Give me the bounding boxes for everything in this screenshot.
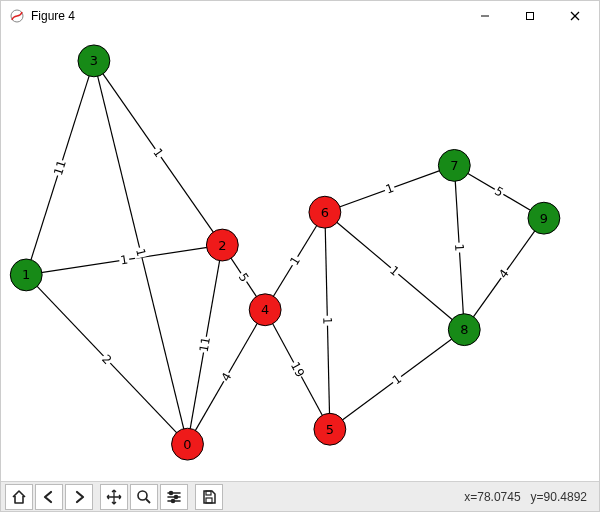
svg-rect-2 — [526, 13, 533, 20]
nav-toolbar: x=78.0745 y=90.4892 — [1, 481, 599, 511]
graph-node-label: 8 — [460, 322, 468, 337]
graph-node-label: 3 — [90, 53, 98, 68]
graph-node-label: 7 — [450, 158, 458, 173]
svg-line-23 — [146, 499, 150, 503]
close-button[interactable] — [552, 1, 597, 31]
figure-canvas[interactable]: 211141111519111111540123456789 — [1, 31, 599, 481]
minimize-button[interactable] — [462, 1, 507, 31]
home-button[interactable] — [5, 484, 33, 510]
edge-weight-label: 1 — [452, 243, 466, 251]
window-title: Figure 4 — [31, 9, 75, 23]
graph-plot: 211141111519111111540123456789 — [1, 31, 599, 481]
save-button[interactable] — [195, 484, 223, 510]
graph-node-label: 2 — [218, 238, 226, 253]
maximize-button[interactable] — [507, 1, 552, 31]
svg-point-22 — [138, 491, 147, 500]
titlebar: Figure 4 — [1, 1, 599, 31]
graph-node-label: 1 — [22, 267, 30, 282]
zoom-button[interactable] — [130, 484, 158, 510]
back-button[interactable] — [35, 484, 63, 510]
forward-button[interactable] — [65, 484, 93, 510]
app-icon — [9, 8, 25, 24]
graph-node-label: 0 — [183, 437, 191, 452]
graph-node-label: 5 — [326, 422, 334, 437]
graph-node-label: 6 — [321, 205, 329, 220]
configure-subplots-button[interactable] — [160, 484, 188, 510]
edge-weight-label: 11 — [51, 159, 69, 178]
edge-weight-label: 1 — [320, 317, 334, 325]
svg-point-27 — [170, 491, 173, 494]
graph-node-label: 9 — [540, 211, 548, 226]
edge-weight-label: 11 — [197, 336, 213, 353]
pan-button[interactable] — [100, 484, 128, 510]
svg-point-28 — [175, 495, 178, 498]
svg-point-29 — [172, 499, 175, 502]
graph-node-label: 4 — [261, 302, 269, 317]
edge-weight-label: 19 — [288, 359, 308, 379]
cursor-coordinates: x=78.0745 y=90.4892 — [464, 490, 595, 504]
